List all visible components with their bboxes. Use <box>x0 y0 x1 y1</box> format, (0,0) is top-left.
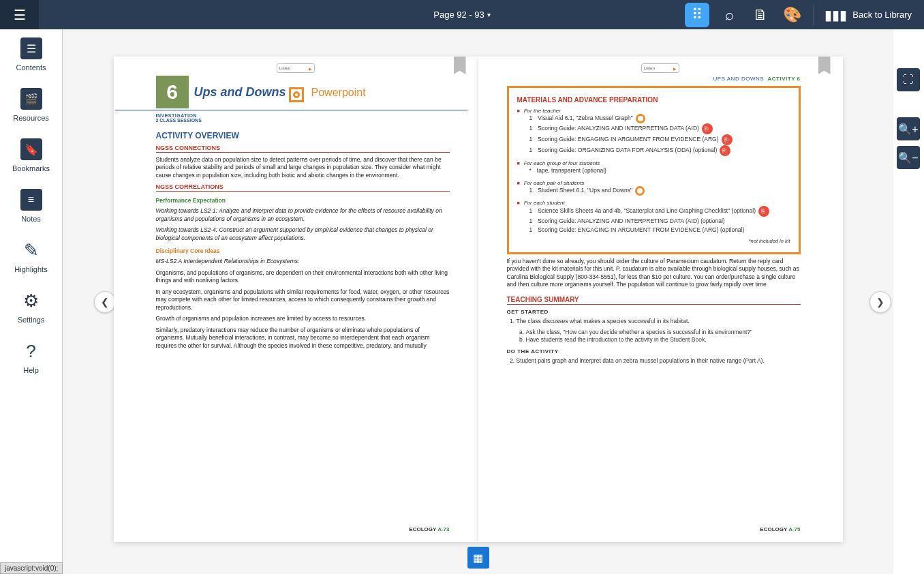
do-activity-heading: DO THE ACTIVITY <box>507 348 801 354</box>
sidebar-settings[interactable]: ⚙Settings <box>0 290 62 324</box>
teaching-summary-heading: TEACHING SUMMARY <box>507 296 801 305</box>
zoom-in-button[interactable]: 🔍+ <box>897 117 920 140</box>
dci-sub: MS-LS2.A Interdependent Relationships in… <box>156 258 450 265</box>
dci-heading: Disciplinary Core Ideas <box>156 247 450 254</box>
share-icon: ⠿ <box>692 6 703 24</box>
zoom-out-button[interactable]: 🔍− <box>897 146 920 169</box>
dci-b3: Growth of organisms and population incre… <box>156 315 450 322</box>
investigation-label: INVESTIGATION <box>156 113 450 118</box>
gear-icon: ⚙ <box>20 290 42 312</box>
mat-item: Scoring Guide: ENGAGING IN ARGUMENT FROM… <box>529 134 790 145</box>
mat-item: Student Sheet 6.1, "Ups and Downs" <box>529 186 790 196</box>
sidebar-label: Notes <box>21 215 41 223</box>
dci-b2: In any ecosystem, organisms and populati… <box>156 288 450 312</box>
page-viewer: ❮ ❯ Listen 6 Ups and Downs Powerpoint IN… <box>63 29 893 574</box>
fullscreen-button[interactable]: ⛶ <box>897 68 920 91</box>
chevron-down-icon: ▾ <box>487 11 491 18</box>
note-add-button[interactable]: 🗎 <box>746 0 775 29</box>
gs-item: The class discusses what makes a species… <box>517 318 801 326</box>
mat-item: Scoring Guide: ANALYZING AND INTERPRETIN… <box>529 123 790 134</box>
teacher-list: Visual Aid 6.1, "Zebra Mussel Graph" Sco… <box>529 114 790 156</box>
palette-icon: 🎨 <box>783 6 801 24</box>
sidebar-label: Resources <box>13 114 49 122</box>
page-footer: ECOLOGY A-73 <box>409 526 449 532</box>
pair-list: Student Sheet 6.1, "Ups and Downs" <box>529 186 790 196</box>
student-list: Science Skills Sheets 4a and 4b, "Scatte… <box>529 206 790 235</box>
sidebar-label: Highlights <box>14 265 47 273</box>
copy-icon[interactable] <box>722 134 733 145</box>
mat-item: Scoring Guide: ANALYZING AND INTERPRETIN… <box>529 217 790 226</box>
sessions-label: 2 CLASS SESSIONS <box>156 118 450 123</box>
dci-b4: Similarly, predatory interactions may re… <box>156 327 450 350</box>
sidebar-highlights[interactable]: ✎Highlights <box>0 239 62 273</box>
sidebar-resources[interactable]: 🎬Resources <box>0 88 62 122</box>
toolbar-right: ⠿ ⌕ 🗎 🎨 ▮▮▮ Back to Library <box>685 0 916 29</box>
gs-sub-a: Ask the class, "How can you decide wheth… <box>526 329 801 337</box>
thumbnail-grid-button[interactable]: ▦ <box>467 547 489 569</box>
resources-icon: 🎬 <box>20 88 42 110</box>
sidebar-label: Help <box>23 366 39 374</box>
menu-button[interactable]: ☰ <box>0 0 39 29</box>
prev-page-button[interactable]: ❮ <box>94 291 116 313</box>
unit-number: 6 <box>156 76 189 108</box>
back-to-library-button[interactable]: ▮▮▮ Back to Library <box>820 7 916 23</box>
sidebar-label: Contents <box>16 63 46 72</box>
contents-icon: ☰ <box>20 37 42 59</box>
back-label: Back to Library <box>852 10 912 20</box>
palette-button[interactable]: 🎨 <box>777 0 806 29</box>
sidebar-contents[interactable]: ☰Contents <box>0 37 62 72</box>
da-item: Student pairs graph and interpret data o… <box>517 357 801 365</box>
hamburger-icon: ☰ <box>14 7 26 23</box>
gs-sublist: Ask the class, "How can you decide wheth… <box>526 329 801 345</box>
mat-item: tape, transparent (optional) <box>529 166 790 176</box>
sidebar-help[interactable]: ?Help <box>0 340 62 374</box>
resource-icon[interactable] <box>635 186 645 196</box>
overview-heading: ACTIVITY OVERVIEW <box>156 131 450 140</box>
da-list: Student pairs graph and interpret data o… <box>517 357 801 365</box>
page-92: Listen 6 Ups and Downs Powerpoint INVEST… <box>114 57 478 542</box>
page-indicator[interactable]: Page 92 - 93 ▾ <box>433 10 490 20</box>
gs-sub-b: Have students read the introduction to t… <box>526 336 801 344</box>
listen-button[interactable]: Listen <box>277 63 315 73</box>
highlight-icon: ✎ <box>20 239 42 261</box>
sidebar-bookmarks[interactable]: 🔖Bookmarks <box>0 138 62 172</box>
listen-button[interactable]: Listen <box>641 63 679 73</box>
pe1: Working towards LS2-1: Analyze and inter… <box>156 207 450 223</box>
copy-icon[interactable] <box>720 145 730 156</box>
group-list: tape, transparent (optional) <box>529 166 790 176</box>
search-button[interactable]: ⌕ <box>715 0 743 29</box>
page-footer: ECOLOGY A-75 <box>760 526 800 532</box>
rule <box>115 110 467 110</box>
powerpoint-label: Powerpoint <box>311 87 366 98</box>
copy-icon[interactable] <box>702 123 713 134</box>
sidebar-notes[interactable]: ≡Notes <box>0 189 62 223</box>
page-label: Page 92 - 93 <box>433 10 484 20</box>
materials-heading: MATERIALS AND ADVANCE PREPARATION <box>517 96 790 104</box>
next-page-button[interactable]: ❯ <box>869 291 891 313</box>
status-bar: javascript:void(0); <box>0 562 63 574</box>
sidebar-label: Settings <box>18 316 45 324</box>
para-body: If you haven't done so already, you shou… <box>507 258 801 289</box>
dci-b1: Organisms, and populations of organisms,… <box>156 269 450 285</box>
unit-title: Ups and Downs <box>194 85 286 99</box>
group-student: For each student <box>517 200 790 206</box>
powerpoint-icon[interactable] <box>289 87 304 102</box>
zoom-tools: ⛶ 🔍+ 🔍− <box>897 68 920 169</box>
sidebar: ☰Contents 🎬Resources 🔖Bookmarks ≡Notes ✎… <box>0 29 63 574</box>
ngss-corr-heading: NGSS CORRELATIONS <box>156 183 450 192</box>
listen-label: Listen <box>644 66 655 70</box>
ngss-conn-heading: NGSS CONNECTIONS <box>156 145 450 153</box>
mat-item: Scoring Guide: ENGAGING IN ARGUMENT FROM… <box>529 226 790 235</box>
help-icon: ? <box>20 340 42 362</box>
pe2: Working towards LS2-4: Construct an argu… <box>156 226 450 242</box>
library-icon: ▮▮▮ <box>825 7 847 23</box>
group-teacher: For the teacher <box>517 108 790 114</box>
copy-icon[interactable] <box>758 206 769 217</box>
sidebar-label: Bookmarks <box>12 164 50 172</box>
resource-icon[interactable] <box>636 114 645 123</box>
gs-list: The class discusses what makes a species… <box>517 318 801 326</box>
share-button[interactable]: ⠿ <box>685 3 709 27</box>
search-icon: ⌕ <box>725 6 734 24</box>
materials-box: MATERIALS AND ADVANCE PREPARATION For th… <box>507 86 801 254</box>
pe-heading: Performance Expectation <box>156 197 450 204</box>
